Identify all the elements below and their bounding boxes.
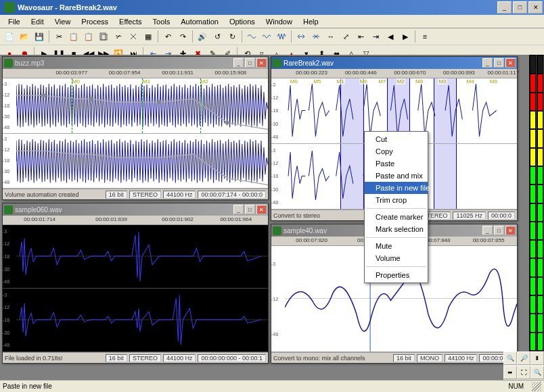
zoom-next-icon[interactable]: ▶	[399, 30, 412, 43]
zoom-in-icon[interactable]: 🔍	[503, 351, 517, 365]
speaker-icon[interactable]: 🔊	[196, 30, 209, 43]
save-file-icon[interactable]: 💾	[32, 30, 46, 43]
audio-file-icon	[273, 59, 281, 68]
wave3-icon[interactable]	[275, 30, 288, 43]
svg-rect-1	[101, 34, 107, 40]
marker[interactable]: M0	[72, 78, 81, 84]
toolbar-row-1: 📄 📂 💾 ✂ 📋 📋 ✃ ▦ ↶ ↷ 🔊 ↺ ↻ ↔ ⤢ ⇤ ⇥ ◀ ▶ ≡	[0, 28, 544, 45]
wave2-icon[interactable]	[260, 30, 273, 43]
panel-minimize-button[interactable]: _	[482, 226, 493, 235]
panel-close-button[interactable]: ✕	[256, 58, 267, 68]
zoom-sel-icon[interactable]: ⤢	[339, 30, 353, 43]
new-file-icon[interactable]: 📄	[3, 30, 16, 43]
minimize-button[interactable]: _	[497, 1, 512, 14]
wave1-icon[interactable]	[245, 30, 258, 43]
panel-close-button[interactable]: ✕	[505, 226, 516, 235]
zoom-prev-icon[interactable]: ◀	[384, 30, 397, 43]
close-button[interactable]: ✕	[528, 1, 543, 14]
panel-close-button[interactable]: ✕	[505, 58, 516, 68]
trim-icon[interactable]	[127, 30, 140, 43]
mdi-workspace: buzz.mp3 _ □ ✕ 00:00:03:977 00:00:07:954…	[0, 55, 529, 380]
paste-icon[interactable]: 📋	[82, 30, 95, 43]
panel-buzz-title-bar[interactable]: buzz.mp3 _ □ ✕	[3, 57, 268, 69]
menu-view[interactable]: View	[49, 16, 76, 27]
paste-mix-icon[interactable]	[97, 30, 110, 43]
svg-point-3	[89, 97, 93, 101]
status-num: NUM	[500, 383, 532, 390]
panel-minimize-button[interactable]: _	[233, 58, 244, 68]
marker[interactable]: M2	[200, 78, 209, 84]
zoom-h-icon[interactable]: ⬌	[503, 366, 517, 379]
menu-file[interactable]: File	[3, 16, 26, 27]
svg-point-4	[157, 100, 161, 104]
zoom-fit-right-icon[interactable]: ⇥	[369, 30, 382, 43]
zoom-in-h-icon[interactable]	[294, 30, 308, 43]
panel-minimize-button[interactable]: _	[482, 58, 493, 68]
time-ruler[interactable]: 00:00:01:714 00:00:01:839 00:00:01:902 0…	[3, 216, 268, 225]
time-ruler[interactable]: 00:00:03:977 00:00:07:954 00:00:11:931 0…	[3, 69, 268, 78]
panel-maximize-button[interactable]: □	[245, 205, 255, 214]
marker[interactable]: M1	[142, 78, 151, 84]
panel-rarebreak-title: RareBreak2.wav	[284, 59, 482, 67]
waveform-area[interactable]: -3-12-18-30-48 M0 M1 M2	[3, 78, 268, 189]
ctx-paste-new[interactable]: Paste in new file	[365, 182, 428, 194]
ctx-paste-mix[interactable]: Paste and mix	[365, 170, 428, 182]
panel-minimize-button[interactable]: _	[233, 205, 244, 214]
ctx-create-marker[interactable]: Create marker	[365, 211, 428, 223]
select-all-icon[interactable]: ▦	[141, 30, 155, 43]
panel-maximize-button[interactable]: □	[245, 58, 255, 68]
ctx-trim[interactable]: Trim crop	[365, 194, 428, 206]
panel-status: Volume automation created 16 bit STEREO …	[3, 189, 268, 199]
panel-maximize-button[interactable]: □	[494, 226, 504, 235]
ctx-properties[interactable]: Properties	[365, 269, 428, 281]
menu-edit[interactable]: Edit	[26, 16, 49, 27]
undo-icon[interactable]: ↶	[161, 30, 175, 43]
menu-options[interactable]: Options	[224, 16, 260, 27]
zoom-fit-icon[interactable]: ⛶	[517, 366, 530, 379]
menu-window[interactable]: Window	[260, 16, 298, 27]
app-status-bar: Paste in new file NUM	[0, 380, 544, 392]
copy-icon[interactable]: 📋	[67, 30, 81, 43]
menu-tools[interactable]: Tools	[148, 16, 176, 27]
panel-maximize-button[interactable]: □	[494, 58, 504, 68]
zoom-full-icon[interactable]: ↔	[324, 30, 338, 43]
window-title: Wavosaur - RareBreak2.wav	[18, 3, 496, 11]
rotate-left-icon[interactable]: ↺	[210, 30, 224, 43]
stack-icon[interactable]: ≡	[418, 30, 432, 43]
zoom-tools: 🔍 🔎 ⬍ ⬌ ⛶ 🔍	[503, 351, 544, 380]
time-ruler[interactable]: 00:00:00:223 00:00:00:446 00:00:00:670 0…	[271, 69, 517, 78]
waveform-area[interactable]: -3-12-18-30-48 -3-12-18-30-48	[3, 225, 268, 352]
panel-sample060-title-bar[interactable]: sample060.wav _ □ ✕	[3, 203, 268, 216]
zoom-v-icon[interactable]: ⬍	[530, 351, 544, 365]
status-text: Paste in new file	[3, 383, 500, 390]
cut-icon[interactable]: ✂	[52, 30, 66, 43]
panel-rarebreak-title-bar[interactable]: RareBreak2.wav _ □ ✕	[271, 57, 517, 69]
panel-buzz-title: buzz.mp3	[15, 59, 233, 67]
ctx-mute[interactable]: Mute	[365, 240, 428, 252]
ctx-copy[interactable]: Copy	[365, 145, 428, 157]
menu-bar: File Edit View Process Effects Tools Aut…	[0, 15, 544, 28]
zoom-out-h-icon[interactable]	[309, 30, 323, 43]
ctx-volume[interactable]: Volume	[365, 252, 428, 264]
menu-automation[interactable]: Automation	[175, 16, 224, 27]
window-title-bar: Wavosaur - RareBreak2.wav _ □ ✕	[0, 0, 544, 15]
panel-close-button[interactable]: ✕	[256, 205, 267, 214]
crop-icon[interactable]: ✃	[112, 30, 125, 43]
resize-grip-icon[interactable]	[532, 382, 541, 391]
app-icon	[4, 2, 15, 13]
svg-point-2	[41, 93, 45, 97]
ctx-mark-sel[interactable]: Mark selection	[365, 223, 428, 235]
open-file-icon[interactable]: 📂	[18, 30, 31, 43]
menu-process[interactable]: Process	[76, 16, 114, 27]
ctx-paste[interactable]: Paste	[365, 157, 428, 170]
menu-help[interactable]: Help	[298, 16, 324, 27]
ctx-cut[interactable]: Cut	[365, 133, 428, 145]
zoom-out-icon[interactable]: 🔎	[517, 351, 530, 365]
panel-buzz: buzz.mp3 _ □ ✕ 00:00:03:977 00:00:07:954…	[2, 56, 269, 200]
redo-icon[interactable]: ↷	[176, 30, 189, 43]
rotate-right-icon[interactable]: ↻	[225, 30, 239, 43]
maximize-button[interactable]: □	[513, 1, 527, 14]
zoom-mag-icon[interactable]: 🔍	[530, 366, 544, 379]
menu-effects[interactable]: Effects	[114, 16, 147, 27]
zoom-fit-left-icon[interactable]: ⇤	[354, 30, 367, 43]
